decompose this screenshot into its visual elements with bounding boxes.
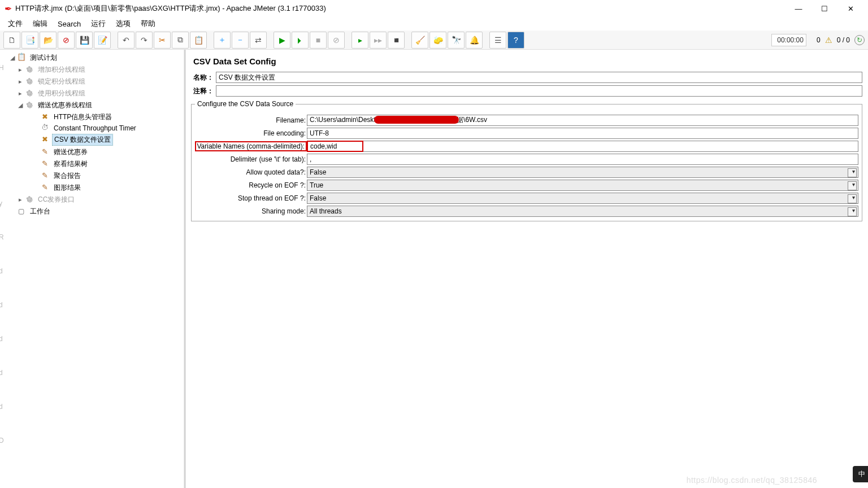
comment-input[interactable] [216,85,862,97]
recycle-combo[interactable]: True [307,180,858,191]
encoding-input[interactable]: UTF-8 [307,128,858,139]
csv-fieldset: Configure the CSV Data Source Filename: … [191,100,862,221]
new-button[interactable]: 🗋 [3,32,20,49]
copy-button[interactable]: ⧉ [172,32,189,49]
menu-options[interactable]: 选项 [111,18,135,30]
warning-icon: ⚠ [825,36,832,45]
thread-count: 0 / 0 [837,36,850,44]
toolbar: 🗋 📑 📂 ⊘ 💾 📝 ↶ ↷ ✂ ⧉ 📋 ＋ － ⇄ ▶ ⏵ ■ ⊘ ▸ ▸▸… [0,30,868,50]
help-button[interactable]: ? [507,32,524,49]
stop-combo[interactable]: False [307,193,858,204]
collapse-button[interactable]: － [232,32,249,49]
undo-button[interactable]: ↶ [118,32,134,49]
toggle-button[interactable]: ⇄ [250,32,267,49]
config-panel: CSV Data Set Config 名称： 注释： Configure th… [185,50,868,488]
save-button[interactable]: 💾 [76,32,93,49]
function-helper-button[interactable]: ☰ [489,32,506,49]
tree-group1[interactable]: ▸增加积分线程组 [1,64,184,76]
sharing-combo[interactable]: All threads [307,206,858,217]
recycle-label: Recycle on EOF ?: [195,181,307,189]
stop-button[interactable]: ■ [310,32,327,49]
tree-panel[interactable]: ◢测试计划 ▸增加积分线程组 ▸锁定积分线程组 ▸使用积分线程组 ◢赠送优惠券线… [0,50,185,488]
tree-g4-agg[interactable]: 聚合报告 [1,170,184,182]
refresh-icon: ↻ [854,35,865,45]
maximize-button[interactable]: ☐ [811,0,837,17]
tree-g4-header[interactable]: HTTP信息头管理器 [1,111,184,123]
remote-start-all-button[interactable]: ▸▸ [370,32,387,49]
name-input[interactable] [216,72,862,83]
templates-button[interactable]: 📑 [21,32,38,49]
tree-g4-view[interactable]: 察看结果树 [1,158,184,170]
menu-edit[interactable]: 编辑 [28,18,52,30]
start-no-pause-button[interactable]: ⏵ [292,32,309,49]
tree-group5[interactable]: ▸CC发券接口 [1,194,184,206]
start-button[interactable]: ▶ [274,32,290,49]
sharing-label: Sharing mode: [195,207,307,215]
menu-help[interactable]: 帮助 [136,18,160,30]
tree-g4-graph[interactable]: 图形结果 [1,182,184,194]
window-titlebar: ✒ HTTP请求.jmx (D:\桌面\项目\新零售\paas\GXG\HTTP… [0,0,868,17]
corner-tag: 中 [853,466,868,482]
shutdown-button[interactable]: ⊘ [328,32,345,49]
clear-button[interactable]: 🧹 [411,32,428,49]
filename-label: Filename: [195,116,307,124]
panel-title: CSV Data Set Config [193,56,862,66]
tree-testplan[interactable]: ◢测试计划 [1,52,184,64]
edge-letters: H yRdddddD [0,51,4,457]
quoted-combo[interactable]: False [307,167,858,178]
menu-search[interactable]: Search [53,19,85,29]
expand-button[interactable]: ＋ [214,32,231,49]
clear-all-button[interactable]: 🧽 [429,32,446,49]
tree-g4-timer[interactable]: Constant Throughput Timer [1,123,184,133]
window-title: HTTP请求.jmx (D:\桌面\项目\新零售\paas\GXG\HTTP请求… [15,3,785,14]
delim-input[interactable]: , [307,154,858,165]
csv-legend: Configure the CSV Data Source [195,100,296,108]
tree-group2[interactable]: ▸锁定积分线程组 [1,76,184,88]
remote-start-button[interactable]: ▸ [351,32,368,49]
save-as-button[interactable]: 📝 [94,32,111,49]
delim-label: Delimiter (use '\t' for tab): [195,155,307,163]
vars-label: Variable Names (comma-delimited): [195,141,307,151]
cut-button[interactable]: ✂ [154,32,171,49]
menubar: 文件 编辑 Search 运行 选项 帮助 [0,17,868,30]
redo-button[interactable]: ↷ [136,32,153,49]
close-file-button[interactable]: ⊘ [58,32,75,49]
menu-run[interactable]: 运行 [86,18,110,30]
minimize-button[interactable]: — [785,0,811,17]
tree-g4-send[interactable]: 赠送优惠券 [1,146,184,158]
close-button[interactable]: ✕ [837,0,863,17]
warn-count: 0 [817,36,821,44]
search-button[interactable]: 🔭 [448,32,465,49]
tree-group3[interactable]: ▸使用积分线程组 [1,88,184,99]
vars-input-rest[interactable] [363,141,858,152]
paste-button[interactable]: 📋 [190,32,207,49]
remote-stop-button[interactable]: ◾ [388,32,405,49]
reset-search-button[interactable]: 🔔 [466,32,483,49]
menu-file[interactable]: 文件 [3,18,27,30]
encoding-label: File encoding: [195,129,307,137]
jmeter-icon: ✒ [5,3,12,14]
comment-label: 注释： [191,86,216,96]
vars-input[interactable]: code,wid [307,141,363,152]
tree-g4-csv[interactable]: CSV 数据文件设置 [1,133,184,146]
open-button[interactable]: 📂 [40,32,57,49]
filename-input[interactable]: C:\Users\admin\Desktop\ 压测数据\优惠券压测数据\6W.… [307,115,858,126]
name-label: 名称： [191,73,216,82]
stop-label: Stop thread on EOF ?: [195,194,307,202]
status-area: 00:00:00 0 ⚠ 0 / 0 ↻ [771,34,865,46]
tree-workbench[interactable]: 工作台 [1,206,184,217]
tree-group4[interactable]: ◢赠送优惠券线程组 [1,99,184,111]
timer-display: 00:00:00 [771,34,806,46]
quoted-label: Allow quoted data?: [195,168,307,176]
